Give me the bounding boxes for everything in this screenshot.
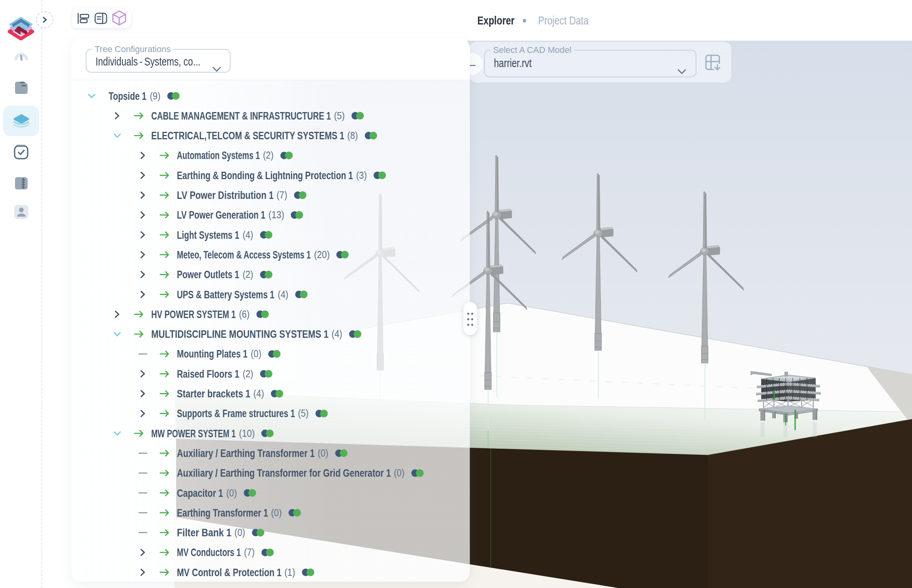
- svg-text:Earthing Transformer 1: Earthing Transformer 1: [177, 507, 268, 519]
- svg-text:MW POWER SYSTEM 1: MW POWER SYSTEM 1: [151, 428, 236, 440]
- svg-text:LV Power Generation 1: LV Power Generation 1: [177, 209, 265, 221]
- svg-text:(0): (0): [226, 487, 237, 498]
- svg-text:Capacitor 1: Capacitor 1: [177, 487, 223, 499]
- svg-text:(4): (4): [242, 229, 253, 240]
- svg-text:MV Conductors 1: MV Conductors 1: [177, 547, 241, 558]
- svg-text:Filter Bank 1: Filter Bank 1: [177, 527, 231, 539]
- svg-text:Supports & Frame structures 1: Supports & Frame structures 1: [177, 408, 295, 419]
- svg-text:(7): (7): [244, 547, 255, 558]
- svg-text:Power Outlets 1: Power Outlets 1: [177, 269, 239, 281]
- svg-text:(4): (4): [253, 388, 264, 399]
- svg-text:Light Systems 1: Light Systems 1: [177, 229, 239, 241]
- svg-text:Raised Floors 1: Raised Floors 1: [177, 368, 239, 380]
- svg-text:Auxiliary / Earthing Transform: Auxiliary / Earthing Transformer 1: [177, 448, 315, 459]
- svg-text:LV Power Distribution 1: LV Power Distribution 1: [177, 189, 274, 201]
- svg-text:(2): (2): [242, 368, 253, 379]
- svg-text:(0): (0): [251, 348, 261, 359]
- svg-text:(1): (1): [285, 567, 295, 578]
- svg-text:(7): (7): [277, 189, 287, 200]
- svg-text:Automation Systems 1: Automation Systems 1: [177, 150, 260, 161]
- svg-text:(5): (5): [334, 110, 345, 121]
- svg-text:UPS & Battery Systems 1: UPS & Battery Systems 1: [177, 289, 274, 301]
- svg-text:(2): (2): [242, 269, 253, 280]
- svg-text:(4): (4): [332, 328, 342, 339]
- svg-text:Topside 1: Topside 1: [109, 90, 146, 102]
- svg-text:Starter brackets 1: Starter brackets 1: [177, 388, 250, 400]
- svg-text:MV Control & Protection 1: MV Control & Protection 1: [177, 567, 281, 579]
- svg-text:(6): (6): [239, 309, 250, 320]
- svg-text:(0): (0): [394, 467, 405, 478]
- svg-text:(2): (2): [263, 150, 274, 161]
- svg-text:MULTIDISCIPLINE MOUNTING SYSTE: MULTIDISCIPLINE MOUNTING SYSTEMS 1: [151, 328, 328, 340]
- svg-text:(0): (0): [271, 507, 282, 518]
- svg-text:Meteo, Telecom & Access System: Meteo, Telecom & Access Systems 1: [177, 249, 311, 261]
- svg-text:(20): (20): [314, 249, 330, 260]
- svg-text:Earthing & Bonding & Lightning: Earthing & Bonding & Lightning Protectio…: [177, 170, 353, 182]
- svg-text:ELECTRICAL,TELCOM & SECURITY S: ELECTRICAL,TELCOM & SECURITY SYSTEMS 1: [151, 130, 344, 142]
- svg-text:(13): (13): [268, 209, 284, 220]
- svg-text:(9): (9): [150, 90, 160, 101]
- svg-text:Auxiliary / Earthing Transform: Auxiliary / Earthing Transformer for Gri…: [177, 467, 391, 479]
- svg-text:Mounting Plates 1: Mounting Plates 1: [177, 348, 248, 360]
- svg-text:CABLE MANAGEMENT & INFRASTRUCT: CABLE MANAGEMENT & INFRASTRUCTURE 1: [151, 110, 331, 122]
- svg-text:(5): (5): [298, 408, 309, 419]
- svg-text:HV POWER SYSTEM 1: HV POWER SYSTEM 1: [151, 309, 236, 320]
- svg-text:(4): (4): [278, 289, 288, 300]
- svg-text:(3): (3): [356, 170, 367, 181]
- svg-text:(10): (10): [239, 428, 255, 439]
- svg-text:(8): (8): [347, 130, 358, 141]
- svg-text:(0): (0): [235, 527, 245, 538]
- svg-text:(0): (0): [318, 448, 328, 459]
